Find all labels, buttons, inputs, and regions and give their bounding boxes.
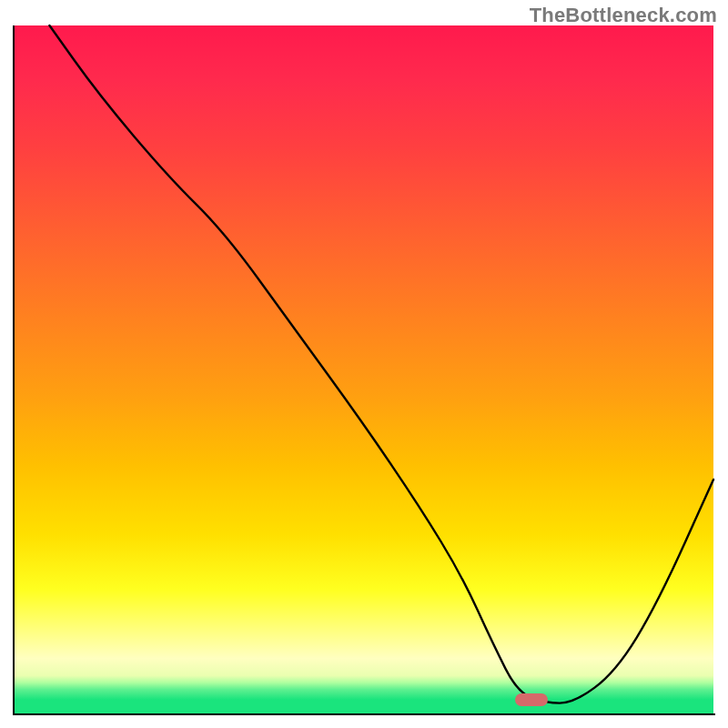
watermark-text: TheBottleneck.com — [530, 4, 717, 27]
x-axis — [13, 713, 715, 715]
curve-svg — [15, 25, 713, 713]
bottleneck-curve — [49, 25, 713, 703]
optimum-marker — [515, 693, 548, 706]
chart-container: TheBottleneck.com — [0, 0, 728, 728]
